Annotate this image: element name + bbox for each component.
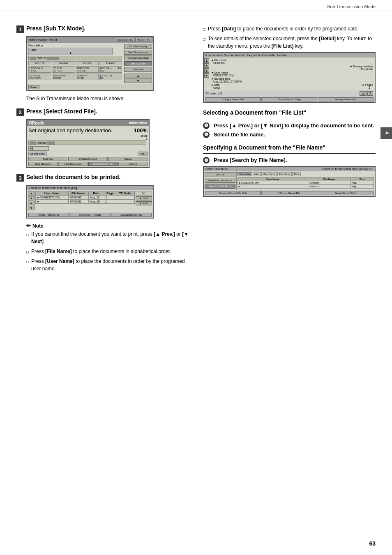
screen1-group-grid: LONDON OFFICE TOKYOOFFICE TORONTOOFFICE … bbox=[28, 66, 122, 73]
detail-arrow-down2[interactable]: ▼ bbox=[204, 73, 209, 78]
detail-arrow-down[interactable]: ▼ bbox=[204, 63, 209, 68]
screen1-dest-label: Destination: bbox=[28, 44, 122, 47]
search-tabs: Select File Info. User Name File Name Da… bbox=[238, 172, 374, 176]
screen3-arrow-down[interactable]: ▼ bbox=[28, 196, 35, 200]
btn-tx-mode[interactable]: Transmission Mode bbox=[124, 55, 152, 60]
screen3-prev-btn[interactable]: ▲ TX21 bbox=[136, 196, 152, 200]
screen1-container: NOV 12/2001 1:35PM Immediate TX Memory T… bbox=[16, 36, 191, 91]
detail-size-pages: ►Size xxxxx ►Pages 1 bbox=[211, 83, 373, 89]
screen2-input-bar: ▒▒▒ /66hz& ▒▒▒▒ bbox=[28, 140, 146, 145]
screen2-btns-row1: Back Fax 2 Sided Original Stamp bbox=[28, 157, 148, 161]
search-tab-info[interactable]: Info. bbox=[253, 172, 261, 176]
search-btn-by-username[interactable]: Search by User Name bbox=[205, 178, 235, 183]
tx-nav-question[interactable]: ? bbox=[367, 91, 373, 96]
loc-tokyo[interactable]: TOKYOOFFICE bbox=[52, 66, 75, 73]
note-item-2: □ Press [File Name] to place the documen… bbox=[26, 248, 191, 255]
range-321[interactable]: 321-400 bbox=[99, 61, 122, 65]
search-btn-orig-stored[interactable]: □Orig] + Stored File bbox=[261, 191, 317, 195]
screen3-page-indicator: 1/1 bbox=[136, 191, 152, 196]
table-row[interactable]: ■ FAX0001 Aug. 19 1 bbox=[36, 200, 135, 204]
detail-arrow-up[interactable]: ▲ bbox=[204, 58, 209, 63]
btn-tx-status[interactable]: TX status display bbox=[124, 44, 152, 49]
search-screen-footer: Transmit Stored File Only □Orig] + Store… bbox=[204, 190, 375, 196]
screen3-btn-stored-orig[interactable]: Stored file + □ Orig] bbox=[69, 213, 110, 217]
search-screen-body-outer: File List Search by User Name Search by … bbox=[204, 171, 375, 190]
screen2-info: Information bbox=[129, 121, 147, 125]
detail-storage-method: ►Storage method Facsimile bbox=[211, 65, 373, 71]
screen3-arrow-up[interactable]: ▲ bbox=[28, 191, 35, 196]
note-section: ✏ Note □ If you cannot find the document… bbox=[26, 223, 191, 272]
screen3: Select file to transmit, then press [OK]… bbox=[26, 185, 154, 219]
screen1-total-value: 1 bbox=[30, 51, 111, 54]
table-row[interactable]: ■ DOMESTIC DIV. FAX0003 Aug. 12 1 bbox=[36, 196, 135, 200]
screen3-btn-orig-stored[interactable]: □Orig] + Stored File bbox=[28, 213, 69, 217]
search-btn-transmit-only[interactable]: Transmit Stored File Only bbox=[205, 191, 261, 195]
search-tab-filename[interactable]: File Name bbox=[277, 172, 292, 176]
detail-btn-stored-orig[interactable]: Stored File + □ Orig] bbox=[261, 97, 317, 101]
detail-btn-orig-stored[interactable]: □Orig] + Stored File bbox=[205, 97, 261, 101]
btn-store-file[interactable]: Store File bbox=[124, 67, 152, 72]
search-tab-select[interactable]: Select File bbox=[238, 172, 252, 176]
btn-up[interactable]: ▲ bbox=[124, 74, 152, 78]
btn-sub-tx-mode[interactable]: Sub TX Mode bbox=[124, 61, 152, 66]
screen3-left-arrows: ▲ ▼ ▲ ▼ bbox=[28, 191, 35, 210]
screen-detail-arrows: ▲ ▼ ▲ ▼ bbox=[204, 58, 210, 90]
search-btn-file-list[interactable]: File List bbox=[205, 172, 235, 177]
loc-london[interactable]: LONDON OFFICE bbox=[28, 66, 51, 73]
tx-nav-up[interactable]: ▲ bbox=[360, 91, 367, 96]
screen-detail-content: ►File name FAX0008 ►Storage method Facsi… bbox=[210, 58, 375, 90]
btn-group[interactable]: Group bbox=[28, 85, 39, 89]
search-tab-username[interactable]: User Name bbox=[261, 172, 277, 176]
loc-toronto[interactable]: TORONTOOFFICE bbox=[76, 66, 99, 73]
range-241[interactable]: 241-320 bbox=[76, 61, 99, 65]
screen3-arrow-down2[interactable]: ▼ bbox=[28, 206, 35, 210]
selecting-step2-label: Select the file name. bbox=[214, 131, 265, 138]
btn-auto-doc[interactable]: Auto Document bbox=[58, 162, 88, 166]
screen2-header: OReady Information bbox=[27, 120, 149, 126]
screen3-btn-manage[interactable]: Manage/Delete File bbox=[111, 213, 152, 217]
btn-select-stored-file[interactable]: Select Stored File bbox=[88, 162, 118, 166]
specifying-step1-label: Press [Search by File Name]. bbox=[214, 157, 287, 163]
loc-sydney[interactable]: SYDNEY OFFICE bbox=[76, 74, 99, 80]
detail-arrow-up2[interactable]: ▲ bbox=[204, 68, 209, 73]
specifying-section-heading: Specifying a Document from the "File Nam… bbox=[203, 144, 376, 154]
screen3-next-btn[interactable]: ▼ No22 bbox=[136, 201, 152, 205]
range-001[interactable]: 001-100 bbox=[28, 61, 51, 65]
note-bullet-date: □ bbox=[203, 26, 205, 32]
btn-dest-mgmt[interactable]: Dest. Management bbox=[124, 50, 152, 55]
search-table-row[interactable]: ■ DOMESTIC DIV. FAX0009 Aug. bbox=[238, 181, 374, 185]
search-sidebar: File List Search by User Name Search by … bbox=[204, 171, 237, 190]
search-btn-stored-orig[interactable]: Stored file + □ Orig] bbox=[318, 191, 374, 195]
step2-header: 2 Press [Select Stored File]. bbox=[16, 108, 191, 116]
loc-nyc[interactable]: NYC CALL8101/2 bbox=[99, 66, 122, 73]
btn-options[interactable]: Options bbox=[118, 162, 148, 166]
btn-snd-msg[interactable]: Snd. Message bbox=[28, 162, 58, 166]
specifying-step1: ❶ Press [Search by File Name]. bbox=[203, 157, 376, 164]
screen-detail-body-outer: ▲ ▼ ▲ ▼ ►File name FAX0008 ►Storage meth… bbox=[204, 58, 375, 90]
range-101[interactable]: 101-240 bbox=[52, 61, 75, 65]
btn-down[interactable]: ▼ bbox=[124, 78, 152, 83]
btn-2sided[interactable]: 2 Sided Original bbox=[68, 157, 107, 161]
note-bullet-detail: □ bbox=[203, 36, 205, 42]
screen2-ok-btn[interactable]: OK bbox=[138, 152, 148, 156]
step1-description: The Sub Transmission Mode menu is shown. bbox=[26, 95, 191, 102]
loc-sf[interactable]: SAN FRANCISCO bbox=[52, 74, 75, 80]
col-txorder: TX Order bbox=[116, 191, 134, 196]
note-text-date: Press [Date] to place the documents in o… bbox=[208, 25, 376, 32]
search-btn-by-filename[interactable]: Search by File Name bbox=[205, 184, 235, 189]
screen1-right-panel: TX status display Dest. Management Trans… bbox=[123, 43, 153, 84]
screen3-arrow-up2[interactable]: ▲ bbox=[28, 201, 35, 205]
btn-stamp[interactable]: Stamp bbox=[108, 157, 148, 161]
loc-la[interactable]: LA FACTORY bbox=[99, 74, 122, 80]
search-table-row[interactable]: ■ FAX0010 Aug. bbox=[238, 185, 374, 189]
left-column: 1 Press [Sub TX Mode]. NOV 12/2001 1:35P… bbox=[16, 19, 191, 276]
screen1-footer: Group bbox=[27, 84, 153, 90]
loc-detroit[interactable]: DETROITFACTORY bbox=[28, 74, 51, 80]
screen1-immediate-tx[interactable]: Immediate TX bbox=[116, 38, 134, 42]
search-tab-date[interactable]: Date bbox=[292, 172, 301, 176]
specifying-step1-num: ❶ bbox=[203, 157, 210, 164]
screen2-ready: OReady bbox=[29, 121, 44, 125]
screen1-memory-tx[interactable]: Memory TX bbox=[135, 38, 151, 42]
btn-back-fax[interactable]: Back Fax bbox=[28, 157, 67, 161]
detail-btn-manage[interactable]: Manage/Delete File bbox=[318, 97, 374, 101]
